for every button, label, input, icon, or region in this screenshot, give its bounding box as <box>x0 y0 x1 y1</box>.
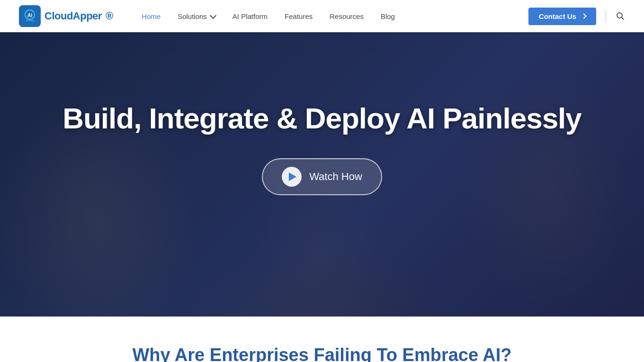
hero-section: Build, Integrate & Deploy AI Painlessly … <box>0 0 644 317</box>
hero-title: Build, Integrate & Deploy AI Painlessly <box>63 102 581 135</box>
play-triangle-icon <box>289 172 296 181</box>
nav-ai-platform[interactable]: AI Platform <box>233 12 268 20</box>
search-icon <box>616 11 625 21</box>
svg-line-4 <box>622 18 624 20</box>
nav-right: Contact Us <box>528 8 625 25</box>
contact-us-button[interactable]: Contact Us <box>528 8 596 25</box>
watch-how-label: Watch How <box>309 171 362 183</box>
contact-chevron-right-icon <box>581 13 586 18</box>
nav-resources[interactable]: Resources <box>330 12 364 20</box>
solutions-chevron-down-icon <box>210 12 216 18</box>
navbar: AI CloudApper ® Home Solutions AI Platfo… <box>0 0 644 32</box>
nav-solutions[interactable]: Solutions <box>178 12 215 20</box>
svg-text:AI: AI <box>27 13 32 18</box>
nav-links: Home Solutions AI Platform Features Reso… <box>142 12 528 20</box>
hero-content: Build, Integrate & Deploy AI Painlessly … <box>44 102 600 195</box>
below-hero-title: Why Are Enterprises Failing To Embrace A… <box>19 345 625 362</box>
play-button-circle <box>282 167 302 187</box>
nav-home[interactable]: Home <box>142 12 161 20</box>
nav-divider <box>606 9 606 23</box>
watch-how-button[interactable]: Watch How <box>262 158 382 195</box>
nav-features[interactable]: Features <box>285 12 313 20</box>
logo-text: CloudApper <box>45 10 102 22</box>
logo-link[interactable]: AI CloudApper ® <box>19 5 113 27</box>
nav-blog[interactable]: Blog <box>381 12 395 20</box>
below-hero-section: Why Are Enterprises Failing To Embrace A… <box>0 317 644 362</box>
search-button[interactable] <box>616 11 625 21</box>
